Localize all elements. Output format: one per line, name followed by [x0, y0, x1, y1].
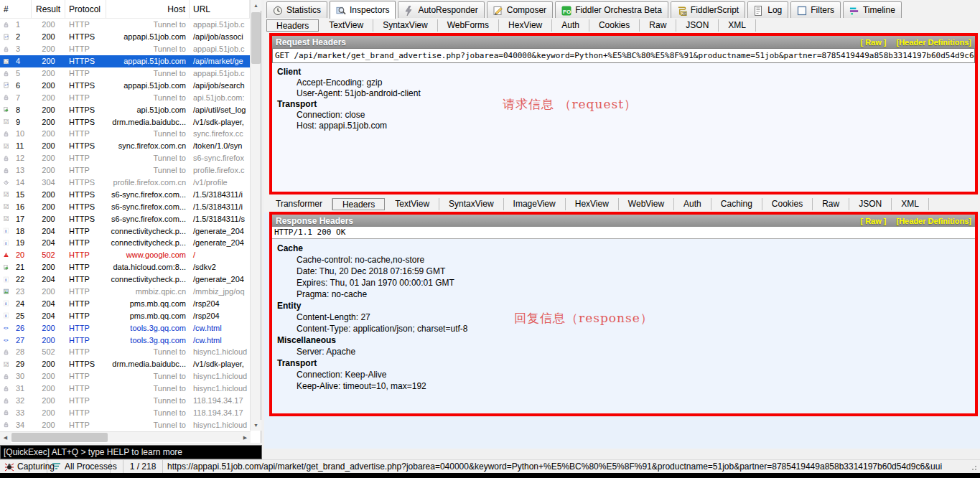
quickexec-input[interactable]: [QuickExec] ALT+Q > type HELP to learn m… [0, 445, 262, 459]
tab-composer[interactable]: Composer [487, 1, 553, 18]
session-row-1[interactable]: 1200HTTPTunnel toappapi.51job.c [0, 19, 251, 31]
header-group-cache[interactable]: Cache [277, 243, 975, 254]
response-status-line[interactable]: HTTP/1.1 200 OK [272, 227, 975, 239]
scroll-right-icon[interactable]: ▶ [240, 432, 251, 443]
session-row-19[interactable]: i19204HTTPconnectivitycheck.p.../generat… [0, 237, 251, 249]
process-filter[interactable]: All Processes [47, 460, 111, 473]
session-row-30[interactable]: 30200HTTPTunnel tohisync1.hicloud [0, 370, 251, 383]
session-row-23[interactable]: 23200HTTPmmbiz.qpic.cn/mmbiz_jpg/oq [0, 286, 251, 298]
response-tab-cookies[interactable]: Cookies [762, 198, 813, 210]
session-row-6[interactable]: «*»6200HTTPSappapi.51job.com/api/job/sea… [0, 79, 251, 91]
session-row-11[interactable]: {json}11200HTTPSsync.firefox.com.cn/toke… [0, 140, 251, 152]
response-tab-transformer[interactable]: Transformer [266, 198, 332, 210]
vertical-scroll-thumb[interactable] [251, 12, 261, 64]
scroll-down-icon[interactable]: ▼ [251, 420, 261, 431]
tab-timeline[interactable]: Timeline [843, 1, 902, 18]
response-tab-headers[interactable]: Headers [332, 198, 385, 210]
request-tab-textview[interactable]: TextView [319, 19, 373, 32]
header-definitions-link[interactable]: [Header Definitions] [896, 38, 971, 47]
response-tab-auth[interactable]: Auth [674, 198, 711, 210]
tab-filters[interactable]: Filters [790, 1, 841, 18]
session-row-28[interactable]: 28502HTTPTunnel tohisync1.hicloud [0, 346, 251, 358]
column-header-result[interactable]: Result [32, 0, 65, 18]
session-row-31[interactable]: 31200HTTPTunnel tohisync1.hicloud [0, 383, 251, 395]
session-row-26[interactable]: <>26200HTTPtools.3g.qq.com/cw.html [0, 322, 251, 334]
session-row-14[interactable]: 14304HTTPSprofile.firefox.com.cn/v1/prof… [0, 177, 251, 189]
session-row-17[interactable]: {json}17200HTTPSs6-sync.firefox.com.../1… [0, 212, 251, 225]
raw-link[interactable]: [ Raw ] [860, 38, 886, 47]
session-row-3[interactable]: 3200HTTPTunnel toappapi.51job.c [0, 43, 251, 55]
header-entry[interactable]: Server: Apache [277, 346, 975, 357]
session-vertical-scrollbar[interactable]: ▲ ▼ [250, 0, 261, 431]
session-row-16[interactable]: {json}16200HTTPSs6-sync.firefox.com.../1… [0, 200, 251, 212]
response-tab-caching[interactable]: Caching [711, 198, 762, 210]
tab-statistics[interactable]: Statistics [266, 1, 327, 18]
session-row-13[interactable]: 13200HTTPTunnel toprofile.firefox.c [0, 164, 251, 177]
column-header-num[interactable]: # [0, 0, 32, 18]
session-row-10[interactable]: 10200HTTPTunnel tosync.firefox.cc [0, 128, 251, 140]
request-tab-headers[interactable]: Headers [266, 19, 319, 32]
session-row-29[interactable]: {json}29200HTTPSdrm.media.baidubc.../v1/… [0, 358, 251, 370]
tab-fiddler-orchestra-beta[interactable]: FOFiddler Orchestra Beta [555, 1, 668, 18]
header-entry[interactable]: Keep-Alive: timeout=10, max=192 [277, 380, 975, 392]
session-row-4[interactable]: {json}4200HTTPSappapi.51job.com/api/mark… [0, 55, 251, 67]
response-tab-xml[interactable]: XML [892, 198, 929, 210]
session-row-32[interactable]: 32200HTTPTunnel to118.194.34.17 [0, 395, 251, 407]
response-tab-hexview[interactable]: HexView [566, 198, 619, 210]
session-row-22[interactable]: i22204HTTPconnectivitycheck.p.../generat… [0, 273, 251, 286]
request-tab-webforms[interactable]: WebForms [438, 19, 499, 32]
header-entry[interactable]: Date: Thu, 20 Dec 2018 07:16:59 GMT [277, 266, 975, 277]
response-tab-syntaxview[interactable]: SyntaxView [439, 198, 503, 210]
resize-grip[interactable] [971, 464, 979, 471]
session-row-18[interactable]: i18204HTTPconnectivitycheck.p.../generat… [0, 225, 251, 237]
session-row-24[interactable]: i24204HTTPpms.mb.qq.com/rsp204 [0, 297, 251, 309]
header-group-miscellaneous[interactable]: Miscellaneous [277, 334, 975, 346]
column-header-host[interactable]: Host [106, 0, 190, 18]
session-row-20[interactable]: !20502HTTPwww.google.com/ [0, 249, 251, 261]
request-tab-json[interactable]: JSON [676, 19, 719, 32]
horizontal-scroll-thumb[interactable] [11, 433, 108, 442]
session-row-21[interactable]: 21200HTTPdata.hicloud.com:8.../sdkv2 [0, 261, 251, 273]
session-row-5[interactable]: 5200HTTPTunnel toappapi.51job.c [0, 67, 251, 80]
raw-link[interactable]: [ Raw ] [860, 217, 886, 225]
column-header-protocol[interactable]: Protocol [65, 0, 106, 18]
request-tab-hexview[interactable]: HexView [499, 19, 552, 32]
session-row-15[interactable]: {json}15200HTTPSs6-sync.firefox.com.../1… [0, 188, 251, 200]
tab-log[interactable]: Log [747, 1, 788, 18]
session-horizontal-scrollbar[interactable]: ◀ ▶ [0, 431, 251, 442]
header-entry[interactable]: Connection: Keep-Alive [277, 369, 975, 380]
column-header-url[interactable]: URL [190, 0, 250, 18]
tab-inspectors[interactable]: Inspectors [330, 1, 396, 19]
header-entry[interactable]: Pragma: no-cache [277, 289, 975, 300]
header-entry[interactable]: Expires: Thu, 01 Jan 1970 00:00:01 GMT [277, 277, 975, 289]
session-row-27[interactable]: <>27200HTTPtools.3g.qq.com/cw.html [0, 334, 251, 346]
tab-autoresponder[interactable]: AutoResponder [398, 1, 484, 18]
response-tab-json[interactable]: JSON [849, 198, 892, 210]
session-row-9[interactable]: {json}9200HTTPSdrm.media.baidubc.../v1/s… [0, 116, 251, 128]
session-row-2[interactable]: «*»2200HTTPSappapi.51job.com/api/job/ass… [0, 31, 251, 43]
response-tab-imageview[interactable]: ImageView [504, 198, 566, 210]
scroll-up-icon[interactable]: ▲ [251, 0, 261, 11]
session-row-33[interactable]: 33200HTTPTunnel to118.194.34.17 [0, 407, 251, 419]
request-tab-raw[interactable]: Raw [640, 19, 676, 32]
header-entry[interactable]: Host: appapi.51job.com [277, 121, 975, 131]
session-row-34[interactable]: 34200HTTPTunnel tohisync1.hicloud [0, 418, 251, 431]
header-entry[interactable]: Cache-control: no-cache,no-store [277, 254, 975, 266]
header-group-client[interactable]: Client [277, 67, 975, 78]
response-tab-raw[interactable]: Raw [813, 198, 849, 210]
header-entry[interactable]: Accept-Encoding: gzip [277, 78, 975, 88]
response-tab-textview[interactable]: TextView [386, 198, 439, 210]
header-group-transport[interactable]: Transport [277, 357, 975, 369]
request-tab-auth[interactable]: Auth [552, 19, 589, 32]
response-tab-webview[interactable]: WebView [619, 198, 674, 210]
tab-fiddlerscript[interactable]: JSFiddlerScript [671, 1, 745, 18]
session-row-12[interactable]: 12200HTTPTunnel tos6-sync.firefox [0, 152, 251, 164]
session-row-8[interactable]: 8200HTTPSapi.51job.com/api/util/set_log [0, 103, 251, 116]
header-definitions-link[interactable]: [Header Definitions] [896, 217, 971, 225]
request-tab-cookies[interactable]: Cookies [589, 19, 640, 32]
capturing-indicator[interactable]: Capturing [0, 460, 47, 473]
scroll-left-icon[interactable]: ◀ [0, 432, 11, 443]
session-row-7[interactable]: 7200HTTPTunnel toapi.51job.com: [0, 91, 251, 103]
request-line-field[interactable]: GET /api/market/get_brand_advertise.php?… [272, 48, 975, 63]
request-tab-syntaxview[interactable]: SyntaxView [373, 19, 437, 32]
